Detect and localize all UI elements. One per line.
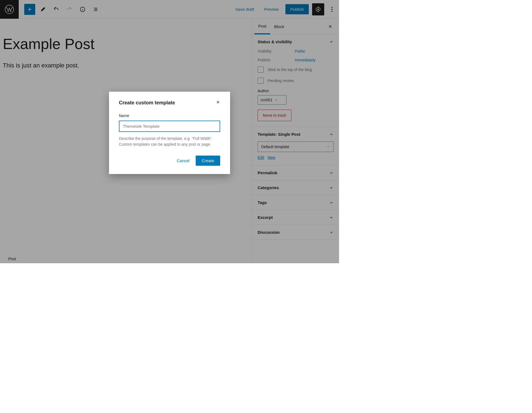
create-template-modal: Create custom template Name Describe the… [109, 92, 230, 174]
close-icon [216, 100, 220, 104]
cancel-button[interactable]: Cancel [172, 156, 194, 166]
modal-title: Create custom template [119, 100, 220, 106]
modal-close-button[interactable] [214, 98, 222, 106]
modal-actions: Cancel Create [119, 156, 220, 166]
modal-help-text: Describe the purpose of the template, e.… [119, 136, 220, 147]
create-button[interactable]: Create [196, 156, 220, 166]
template-name-input[interactable] [119, 121, 220, 132]
modal-overlay: Create custom template Name Describe the… [0, 0, 339, 263]
name-label: Name [119, 113, 220, 118]
